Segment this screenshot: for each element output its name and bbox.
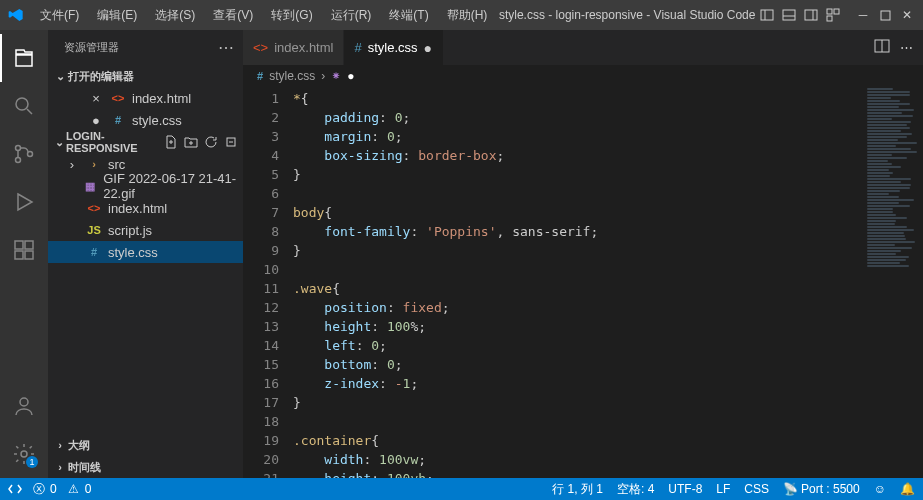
explorer-icon[interactable] (0, 34, 48, 82)
project-section[interactable]: ⌄ LOGIN-RESPONSIVE (48, 131, 243, 153)
window-minimize-icon[interactable]: ─ (855, 7, 871, 23)
file-tree-item[interactable]: JSscript.js (48, 219, 243, 241)
settings-badge: 1 (26, 456, 38, 468)
chevron-right-icon: › (64, 157, 80, 172)
code-content[interactable]: *{ padding: 0; margin: 0; box-sizing: bo… (293, 87, 923, 478)
menu-item[interactable]: 查看(V) (205, 3, 261, 28)
js-file-icon: JS (86, 222, 102, 238)
line-numbers: 1234567891011121314151617181920212223242… (243, 87, 293, 478)
html-file-icon: <> (86, 200, 102, 216)
menu-item[interactable]: 运行(R) (323, 3, 380, 28)
html-file-icon: <> (253, 40, 268, 55)
warnings-item[interactable]: ⚠0 (67, 482, 92, 496)
explorer-sidebar: 资源管理器 ⋯ ⌄ 打开的编辑器 ×<>index.html●#style.cs… (48, 30, 243, 478)
svg-point-20 (21, 451, 27, 457)
chevron-down-icon: ⌄ (52, 70, 68, 83)
menu-item[interactable]: 转到(G) (263, 3, 320, 28)
status-bar: ⓧ0 ⚠0 行 1, 列 1 空格: 4 UTF-8 LF CSS 📡Port … (0, 478, 923, 500)
activity-bar: 1 (0, 30, 48, 478)
more-actions-icon[interactable]: ⋯ (900, 40, 913, 55)
cursor-position[interactable]: 行 1, 列 1 (552, 481, 603, 498)
window-maximize-icon[interactable] (877, 7, 893, 23)
symbol-icon: ⁕ (331, 69, 341, 83)
gif-file-icon: ▦ (84, 178, 98, 194)
breadcrumb[interactable]: # style.css › ⁕ ● (243, 65, 923, 87)
menu-item[interactable]: 选择(S) (147, 3, 203, 28)
layout-panel-bottom-icon[interactable] (781, 7, 797, 23)
main-menu: 文件(F)编辑(E)选择(S)查看(V)转到(G)运行(R)终端(T)帮助(H) (32, 3, 495, 28)
minimap[interactable] (863, 87, 923, 478)
remote-indicator[interactable] (8, 482, 22, 496)
file-tree-item[interactable]: #style.css (48, 241, 243, 263)
language-mode[interactable]: CSS (744, 482, 769, 496)
file-tree-item[interactable]: ▦GIF 2022-06-17 21-41-22.gif (48, 175, 243, 197)
refresh-icon[interactable] (203, 134, 219, 150)
vscode-logo-icon (8, 7, 24, 23)
split-editor-icon[interactable] (874, 38, 890, 57)
layout-customize-icon[interactable] (825, 7, 841, 23)
indentation[interactable]: 空格: 4 (617, 481, 654, 498)
eol[interactable]: LF (716, 482, 730, 496)
live-server-port[interactable]: 📡Port : 5500 (783, 482, 860, 496)
editor-area: <>index.html#style.css● ⋯ # style.css › … (243, 30, 923, 478)
svg-point-14 (28, 152, 33, 157)
new-file-icon[interactable] (163, 134, 179, 150)
sidebar-title: 资源管理器 (64, 40, 119, 55)
svg-point-13 (16, 158, 21, 163)
menu-item[interactable]: 编辑(E) (89, 3, 145, 28)
close-icon[interactable]: × (88, 91, 104, 106)
svg-line-11 (27, 109, 32, 114)
svg-rect-4 (805, 10, 817, 20)
svg-point-10 (16, 98, 28, 110)
open-editor-item[interactable]: ×<>index.html (48, 87, 243, 109)
svg-point-19 (20, 398, 28, 406)
notifications-icon[interactable]: 🔔 (900, 482, 915, 496)
feedback-icon[interactable]: ☺ (874, 482, 886, 496)
css-file-icon: # (257, 70, 263, 82)
open-editor-item[interactable]: ●#style.css (48, 109, 243, 131)
chevron-right-icon: › (52, 461, 68, 473)
new-folder-icon[interactable] (183, 134, 199, 150)
timeline-section[interactable]: › 时间线 (48, 456, 243, 478)
chevron-down-icon: ⌄ (52, 136, 66, 149)
svg-rect-16 (25, 241, 33, 249)
window-title: style.css - login-responsive - Visual St… (495, 8, 759, 22)
chevron-right-icon: › (52, 439, 68, 451)
menu-item[interactable]: 文件(F) (32, 3, 87, 28)
extensions-icon[interactable] (0, 226, 48, 274)
menu-item[interactable]: 终端(T) (381, 3, 436, 28)
sidebar-more-icon[interactable]: ⋯ (218, 38, 235, 57)
layout-panel-right-icon[interactable] (803, 7, 819, 23)
svg-rect-15 (15, 241, 23, 249)
modified-dot-icon[interactable]: ● (88, 113, 104, 128)
search-icon[interactable] (0, 82, 48, 130)
title-bar: 文件(F)编辑(E)选择(S)查看(V)转到(G)运行(R)终端(T)帮助(H)… (0, 0, 923, 30)
modified-dot-icon[interactable]: ● (424, 40, 432, 56)
errors-item[interactable]: ⓧ0 (32, 482, 57, 496)
source-control-icon[interactable] (0, 130, 48, 178)
svg-rect-2 (783, 10, 795, 20)
svg-rect-7 (834, 9, 839, 14)
collapse-all-icon[interactable] (223, 134, 239, 150)
editor-tab[interactable]: <>index.html (243, 30, 344, 65)
run-debug-icon[interactable] (0, 178, 48, 226)
svg-rect-9 (881, 11, 890, 20)
settings-gear-icon[interactable]: 1 (0, 430, 48, 478)
svg-rect-18 (25, 251, 33, 259)
svg-rect-6 (827, 9, 832, 14)
accounts-icon[interactable] (0, 382, 48, 430)
svg-rect-0 (761, 10, 773, 20)
svg-rect-8 (827, 16, 832, 21)
editor-tab[interactable]: #style.css● (344, 30, 444, 65)
editor-tabs: <>index.html#style.css● ⋯ (243, 30, 923, 65)
open-editors-section[interactable]: ⌄ 打开的编辑器 (48, 65, 243, 87)
css-file-icon: # (354, 40, 361, 55)
outline-section[interactable]: › 大纲 (48, 434, 243, 456)
window-close-icon[interactable]: ✕ (899, 7, 915, 23)
layout-panel-left-icon[interactable] (759, 7, 775, 23)
svg-rect-17 (15, 251, 23, 259)
encoding[interactable]: UTF-8 (668, 482, 702, 496)
menu-item[interactable]: 帮助(H) (439, 3, 496, 28)
code-editor[interactable]: 1234567891011121314151617181920212223242… (243, 87, 923, 478)
modified-indicator: ● (347, 69, 354, 83)
